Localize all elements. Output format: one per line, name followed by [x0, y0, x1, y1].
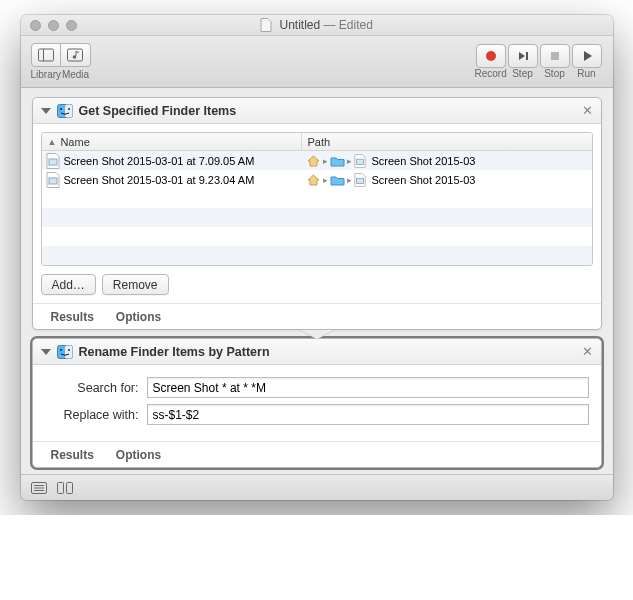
path-file-name: Screen Shot 2015-03: [372, 155, 476, 167]
svg-rect-11: [49, 159, 57, 165]
action-get-finder-items[interactable]: Get Specified Finder Items ✕ ▲Name Path …: [32, 97, 602, 330]
traffic-lights: [21, 20, 77, 31]
svg-point-3: [73, 55, 77, 59]
record-label: Record: [475, 68, 507, 79]
action-title: Rename Finder Items by Pattern: [79, 345, 270, 359]
media-label: Media: [61, 69, 91, 80]
add-button[interactable]: Add…: [41, 274, 96, 295]
svg-point-4: [486, 51, 496, 61]
results-tab[interactable]: Results: [51, 310, 94, 324]
toolbar-right-group: Record Step Stop Run: [475, 44, 603, 79]
zoom-window-button[interactable]: [66, 20, 77, 31]
variables-view-button[interactable]: [57, 482, 73, 494]
table-row: [42, 208, 592, 227]
step-button[interactable]: [508, 44, 538, 68]
svg-rect-5: [526, 52, 528, 60]
svg-rect-14: [356, 178, 363, 183]
window-title: Untitled — Edited: [21, 18, 613, 32]
run-button[interactable]: [572, 44, 602, 68]
folder-icon: [330, 154, 345, 168]
media-icon: [67, 48, 83, 62]
document-icon: [260, 18, 272, 32]
svg-rect-0: [38, 49, 53, 61]
chevron-right-icon: ▸: [323, 156, 328, 166]
close-action-button[interactable]: ✕: [582, 344, 593, 359]
remove-button[interactable]: Remove: [102, 274, 169, 295]
image-file-icon: [46, 172, 60, 188]
step-label: Step: [507, 68, 539, 79]
sidebar-icon: [38, 48, 54, 62]
path-cell: ▸ ▸ Screen Shot 2015-03: [302, 154, 592, 168]
stop-button[interactable]: [540, 44, 570, 68]
svg-rect-6: [551, 52, 559, 60]
svg-point-10: [68, 108, 70, 110]
library-button[interactable]: [31, 43, 61, 67]
log-view-button[interactable]: [31, 482, 47, 494]
disclosure-triangle-icon[interactable]: [41, 349, 51, 355]
record-button[interactable]: [476, 44, 506, 68]
sort-asc-icon: ▲: [48, 137, 57, 147]
action-header[interactable]: Get Specified Finder Items ✕: [33, 98, 601, 124]
svg-rect-2: [68, 49, 83, 61]
library-label: Library: [31, 69, 61, 80]
finder-icon: [57, 103, 73, 119]
path-file-name: Screen Shot 2015-03: [372, 174, 476, 186]
table-row: [42, 246, 592, 265]
window: Untitled — Edited Library Media: [21, 15, 613, 500]
image-file-icon: [354, 154, 366, 168]
search-for-input[interactable]: [147, 377, 589, 398]
minimize-window-button[interactable]: [48, 20, 59, 31]
chevron-right-icon: ▸: [347, 175, 352, 185]
column-header-path[interactable]: Path: [302, 133, 592, 150]
toolbar: Library Media: [21, 36, 613, 88]
svg-rect-16: [65, 345, 73, 358]
home-icon: [306, 173, 321, 187]
action-header[interactable]: Rename Finder Items by Pattern ✕: [33, 339, 601, 365]
record-icon: [484, 49, 498, 63]
disclosure-triangle-icon[interactable]: [41, 108, 51, 114]
table-row[interactable]: Screen Shot 2015-03-01 at 7.09.05 AM ▸ ▸…: [42, 151, 592, 170]
svg-point-9: [60, 108, 62, 110]
image-file-icon: [354, 173, 366, 187]
svg-rect-13: [49, 178, 57, 184]
finder-icon: [57, 344, 73, 360]
stop-label: Stop: [539, 68, 571, 79]
home-icon: [306, 154, 321, 168]
bottom-bar: [21, 474, 613, 500]
chevron-right-icon: ▸: [347, 156, 352, 166]
file-name: Screen Shot 2015-03-01 at 7.09.05 AM: [64, 155, 255, 167]
svg-rect-12: [356, 159, 363, 164]
play-icon: [580, 49, 594, 63]
svg-point-18: [68, 349, 70, 351]
workflow-area: Get Specified Finder Items ✕ ▲Name Path …: [21, 88, 613, 474]
image-file-icon: [46, 153, 60, 169]
chevron-right-icon: ▸: [323, 175, 328, 185]
close-window-button[interactable]: [30, 20, 41, 31]
table-row: [42, 227, 592, 246]
table-row[interactable]: Screen Shot 2015-03-01 at 9.23.04 AM ▸ ▸…: [42, 170, 592, 189]
replace-with-label: Replace with:: [45, 408, 147, 422]
media-button[interactable]: [61, 43, 91, 67]
svg-point-17: [60, 349, 62, 351]
path-cell: ▸ ▸ Screen Shot 2015-03: [302, 173, 592, 187]
svg-rect-24: [66, 482, 72, 493]
stop-icon: [548, 49, 562, 63]
svg-rect-23: [57, 482, 63, 493]
options-tab[interactable]: Options: [116, 310, 161, 324]
titlebar: Untitled — Edited: [21, 15, 613, 36]
run-label: Run: [571, 68, 603, 79]
action-rename-by-pattern[interactable]: Rename Finder Items by Pattern ✕ Search …: [32, 338, 602, 468]
file-name: Screen Shot 2015-03-01 at 9.23.04 AM: [64, 174, 255, 186]
search-for-label: Search for:: [45, 381, 147, 395]
items-table: ▲Name Path Screen Shot 2015-03-01 at 7.0…: [41, 132, 593, 266]
column-header-name[interactable]: ▲Name: [42, 133, 302, 150]
svg-rect-8: [65, 104, 73, 117]
table-row: [42, 189, 592, 208]
results-tab[interactable]: Results: [51, 448, 94, 462]
replace-with-input[interactable]: [147, 404, 589, 425]
close-action-button[interactable]: ✕: [582, 103, 593, 118]
toolbar-left-group: Library Media: [31, 43, 91, 80]
step-icon: [516, 49, 530, 63]
options-tab[interactable]: Options: [116, 448, 161, 462]
folder-icon: [330, 173, 345, 187]
